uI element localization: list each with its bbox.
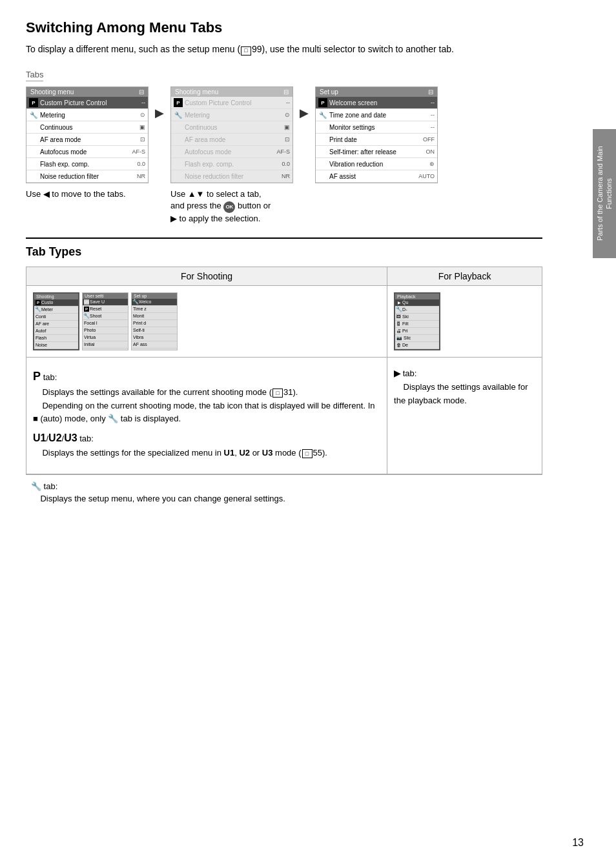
spacer-icon (29, 147, 38, 156)
row-label: Metering (40, 112, 126, 119)
side-tab-text: Parts of the Camera and Main Functions (595, 139, 614, 248)
tabs-label: Tabs (26, 70, 43, 81)
mini-menu-row: Monit (132, 313, 177, 320)
row-val: -- (415, 124, 435, 130)
right-menu-header: Set up ⊟ (316, 87, 437, 97)
spacer-icon (318, 135, 327, 144)
row-val: ⊡ (271, 136, 290, 143)
menu-row: AF area mode ⊡ (26, 134, 148, 146)
mini-menu-row: Vibra (132, 334, 177, 341)
spacer-icon (318, 172, 327, 181)
mini-menu-row: 🖨 Pri (395, 328, 439, 335)
menu-row: 🔧 Metering ⊙ (26, 109, 148, 121)
row-val: ⊛ (415, 161, 435, 167)
mini-menu-user-header: User setti (83, 293, 128, 299)
row-label: Monitor settings (329, 124, 415, 131)
row-label: Flash exp. comp. (185, 161, 271, 168)
p-icon: P (29, 98, 38, 107)
shooting-mini-menus-cell: Shooting PCusto 🔧Meter Conti AF are Auto… (26, 285, 387, 357)
row-val: ▣ (271, 124, 290, 130)
menu-row: Continuous ▣ (171, 121, 293, 134)
mini-menu-row: 🔧Meter (34, 307, 78, 314)
row-label: Welcome screen (329, 99, 415, 106)
left-menu-header: Shooting menu ⊟ (26, 87, 148, 97)
mini-menu-row: AF are (34, 321, 78, 328)
wrench-icon: 🔧 (318, 110, 327, 119)
menu-row: Flash exp. comp. 0.0 (171, 158, 293, 170)
setup-tab-row: 🔧 tab: Displays the setup menu, where yo… (26, 474, 542, 510)
shooting-desc-cell: P tab: Displays the settings available f… (26, 357, 387, 474)
middle-caption: Use ▲▼ to select a tab, and press the OK… (170, 188, 274, 225)
book-icon: □ (272, 389, 283, 398)
right-screenshot-col: Set up ⊟ P Welcome screen -- 🔧 Time zone… (315, 86, 438, 183)
menu-row: 🔧 Time zone and date -- (316, 109, 437, 121)
u3-label: U3 (64, 432, 77, 443)
row-label: Autofocus mode (40, 148, 126, 156)
mini-menu-setup-header: Set up (132, 293, 177, 299)
row-val: AF-S (126, 148, 145, 155)
row-label: Time zone and date (329, 112, 415, 119)
mini-menu-row: 🔧Welco (132, 299, 177, 306)
p-tab-desc: P tab: Displays the settings available f… (33, 364, 380, 467)
row-val: 0.0 (126, 161, 145, 167)
mini-play-icon: ▶ (396, 300, 402, 305)
mini-menu-row: PCusto (34, 299, 78, 307)
row-label: Self-timer: after release (329, 148, 415, 156)
row-label: AF area mode (185, 136, 271, 143)
col-shooting: For Shooting (26, 267, 387, 285)
row-val: AUTO (415, 173, 435, 179)
row-label: Custom Picture Control (185, 99, 271, 106)
mini-menu-shooting: Shooting PCusto 🔧Meter Conti AF are Auto… (33, 292, 79, 350)
mini-menu-row: Autof (34, 328, 78, 335)
menu-row: Noise reduction filter NR (171, 170, 293, 183)
mini-menu-row: Focal l (83, 320, 128, 327)
row-val: ON (415, 148, 435, 155)
tab-types-table: For Shooting For Playback Shooting PCust… (26, 267, 542, 474)
menu-row: Monitor settings -- (316, 121, 437, 134)
left-menu-icon: ⊟ (139, 88, 144, 96)
wrench-icon: 🔧 (174, 110, 183, 119)
mini-menu-row: 🔧Shoot (83, 313, 128, 320)
menu-row: Flash exp. comp. 0.0 (26, 158, 148, 170)
menu-row: AF area mode ⊡ (171, 134, 293, 146)
playback-desc-cell: ▶ tab: Displays the settings available f… (387, 357, 542, 474)
mini-menu-row: U1Save U (83, 299, 128, 306)
row-val: ⊡ (126, 136, 145, 143)
col-playback: For Playback (387, 267, 542, 285)
mini-menu-row: PReset (83, 306, 128, 313)
right-menu-title: Set up (320, 88, 338, 96)
row-val: NR (126, 173, 145, 179)
page-title: Switching Among Menu Tabs (26, 19, 542, 36)
row-val: -- (271, 99, 290, 106)
row-val: -- (126, 99, 145, 106)
spacer-icon (29, 172, 38, 181)
row-val: NR (271, 173, 290, 179)
u-tab-label: U1 (33, 432, 46, 443)
row-label: Custom Picture Control (40, 99, 126, 106)
spacer-icon (174, 123, 183, 132)
book-icon: □ (302, 449, 313, 458)
mini-wrench-icon: 🔧 (36, 307, 41, 312)
mini-menu-row: Print d (132, 320, 177, 327)
spacer-icon (174, 135, 183, 144)
menu-row: Noise reduction filter NR (26, 170, 148, 183)
mini-wrench-icon: 🔧 (84, 314, 89, 319)
mini-menu-row: ▶Qu (395, 299, 439, 307)
mini-menu-row: Flash (34, 335, 78, 342)
row-val: -- (415, 112, 435, 118)
mini-p-icon: P (84, 307, 89, 312)
mini-menu-row: AF ass (132, 341, 177, 348)
mini-menu-row: 🎛 Filt (395, 321, 439, 328)
menu-row: 🔧 Metering ⊙ (171, 109, 293, 121)
arrow-right-1: ▶ (155, 106, 164, 120)
spacer-icon (318, 147, 327, 156)
menu-row: P Custom Picture Control -- (26, 97, 148, 109)
middle-menu-title: Shooting menu (175, 88, 218, 96)
playback-tab-label: ▶ (394, 368, 400, 378)
page-number: 13 (572, 837, 584, 849)
spacer-icon (174, 172, 183, 181)
left-menu-screenshot: Shooting menu ⊟ P Custom Picture Control… (26, 86, 149, 183)
playback-tab-desc: ▶ tab: Displays the settings available f… (394, 364, 535, 414)
spacer-icon (29, 123, 38, 132)
mini-menu-row: 🗑 De (395, 342, 439, 349)
